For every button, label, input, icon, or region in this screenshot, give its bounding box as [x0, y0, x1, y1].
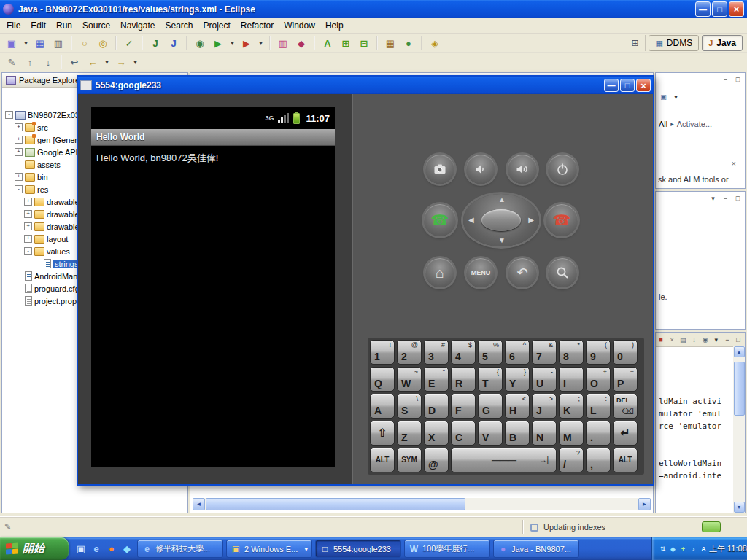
- scroll-right-icon[interactable]: ►: [638, 498, 651, 510]
- tray-volume-icon[interactable]: ♪: [689, 544, 698, 554]
- keyboard-key[interactable]: *8: [559, 340, 584, 365]
- media-player-icon[interactable]: ◆: [120, 542, 133, 556]
- forward-icon[interactable]: →: [112, 53, 130, 71]
- terminate-icon[interactable]: ■: [656, 335, 666, 345]
- tree-expander-icon[interactable]: +: [15, 136, 23, 144]
- vertical-scrollbar[interactable]: ▲ ▼: [733, 346, 745, 513]
- keyboard-key[interactable]: }Y: [505, 367, 530, 392]
- previous-annotation-icon[interactable]: ↑: [21, 53, 39, 71]
- volume-up-button[interactable]: [508, 155, 537, 184]
- separator[interactable]: [421, 36, 422, 50]
- dropdown-icon[interactable]: ▾: [102, 53, 112, 71]
- keyboard-key[interactable]: \S: [397, 394, 422, 419]
- save-icon[interactable]: ▦: [31, 34, 49, 52]
- task-list-all-link[interactable]: All: [659, 120, 667, 128]
- taskbar-task[interactable]: W 100學年度行...: [404, 540, 490, 558]
- keyboard-key[interactable]: @2: [397, 340, 422, 365]
- close-button[interactable]: ×: [729, 1, 744, 17]
- menu-item[interactable]: Project: [198, 19, 235, 32]
- horizontal-scrollbar[interactable]: ◄ ►: [193, 498, 651, 510]
- debug-icon[interactable]: ◉: [191, 34, 209, 52]
- remove-launch-icon[interactable]: ×: [667, 335, 677, 345]
- keyboard-key[interactable]: ALT: [370, 448, 395, 472]
- home-button[interactable]: ⌂: [425, 258, 454, 287]
- menu-item[interactable]: Run: [51, 19, 77, 32]
- phone-screen[interactable]: 3G 11:07 Hello World Hello World, bn9807…: [91, 107, 335, 467]
- tray-ime-icon[interactable]: A: [699, 544, 708, 554]
- open-perspective-icon[interactable]: ⊞: [627, 36, 642, 50]
- keyboard-key[interactable]: ;K: [559, 394, 584, 419]
- separator[interactable]: [376, 36, 378, 50]
- internet-explorer-icon[interactable]: e: [90, 542, 103, 556]
- scrollbar-thumb[interactable]: [206, 498, 465, 510]
- keyboard-key[interactable]: G: [478, 394, 503, 419]
- call-button[interactable]: ☎: [424, 204, 456, 236]
- dropdown-icon[interactable]: ▾: [21, 34, 31, 52]
- dropdown-icon[interactable]: ▾: [256, 34, 266, 52]
- show-desktop-icon[interactable]: ▣: [74, 542, 88, 556]
- separator[interactable]: [115, 36, 117, 50]
- android-virtual-device-manager-icon[interactable]: ⊟: [355, 34, 373, 52]
- keyboard-key[interactable]: ⌫DEL: [613, 394, 638, 419]
- search-toolbar-icon[interactable]: ◎: [94, 34, 112, 52]
- keyboard-key[interactable]: "E: [424, 367, 449, 392]
- android-sdk-manager-icon[interactable]: ⊞: [337, 34, 355, 52]
- activate-link[interactable]: Activate...: [677, 120, 712, 128]
- keyboard-key[interactable]: &7: [532, 340, 557, 365]
- menu-item[interactable]: Refactor: [236, 19, 279, 32]
- view-menu-icon[interactable]: ▾: [708, 193, 719, 203]
- maximize-view-icon[interactable]: □: [733, 335, 743, 345]
- tray-player-icon[interactable]: ◆: [668, 544, 678, 554]
- keyboard-key[interactable]: {T: [478, 367, 503, 392]
- dpad[interactable]: ▲ ▼ ◀ ▶: [463, 194, 539, 246]
- menu-item[interactable]: Help: [320, 19, 349, 32]
- dismiss-message-icon[interactable]: ×: [732, 159, 736, 168]
- mark-occurrences-icon[interactable]: ✎: [3, 53, 20, 71]
- new-junit-test-icon[interactable]: ✓: [120, 34, 138, 52]
- menu-item[interactable]: Navigate: [115, 19, 160, 32]
- keyboard-key[interactable]: SYM: [397, 448, 422, 472]
- separator[interactable]: [269, 36, 271, 50]
- keyboard-key[interactable]: !1: [370, 340, 395, 365]
- tree-expander-icon[interactable]: +: [24, 235, 32, 243]
- keyboard-key[interactable]: D: [424, 394, 449, 419]
- taskbar-task[interactable]: ▣ 2 Windows E... ▾: [226, 540, 312, 558]
- tree-expander-icon[interactable]: -: [15, 185, 23, 193]
- new-task-icon[interactable]: ▣: [658, 92, 669, 102]
- tree-expander-icon[interactable]: +: [24, 198, 32, 206]
- dpad-right-icon[interactable]: ▶: [528, 217, 534, 224]
- tree-expander-icon[interactable]: +: [24, 210, 32, 218]
- dpad-up-icon[interactable]: ▲: [498, 196, 506, 203]
- tree-expander-icon[interactable]: +: [15, 123, 23, 131]
- tray-network-icon[interactable]: ⇅: [658, 544, 667, 554]
- tree-expander-icon[interactable]: -: [24, 247, 32, 255]
- separator[interactable]: [61, 55, 62, 69]
- keyboard-key[interactable]: =P: [613, 367, 638, 392]
- maximize-view-icon[interactable]: □: [732, 193, 743, 203]
- search-button[interactable]: [548, 258, 577, 287]
- maximize-button[interactable]: □: [620, 79, 635, 92]
- keyboard-key[interactable]: Z: [397, 421, 422, 446]
- keyboard-key[interactable]: -U: [532, 367, 557, 392]
- camera-button[interactable]: [425, 155, 454, 184]
- keyboard-key[interactable]: V: [478, 421, 503, 446]
- keyboard-key[interactable]: C: [451, 421, 476, 446]
- firefox-icon[interactable]: ●: [105, 542, 118, 556]
- back-button[interactable]: ↶: [508, 258, 537, 287]
- new-wizard-icon[interactable]: ▣: [3, 34, 20, 52]
- keyboard-key[interactable]: <H: [505, 394, 530, 419]
- keyboard-key[interactable]: ?/: [559, 448, 584, 472]
- tree-expander-icon[interactable]: -: [5, 111, 13, 119]
- keyboard-key[interactable]: :L: [586, 394, 611, 419]
- keyboard-key[interactable]: Q: [370, 367, 395, 392]
- scroll-lock-icon[interactable]: ↓: [689, 335, 699, 345]
- new-package-icon[interactable]: ▦: [382, 34, 399, 52]
- dropdown-icon[interactable]: ▾: [228, 34, 237, 52]
- tree-expander-icon[interactable]: +: [15, 173, 23, 181]
- scrollbar-thumb[interactable]: [734, 362, 745, 416]
- volume-down-button[interactable]: [466, 155, 495, 184]
- keyboard-key[interactable]: )0: [613, 340, 638, 365]
- end-call-button[interactable]: ☎: [546, 204, 578, 236]
- new-class-icon[interactable]: ●: [400, 34, 417, 52]
- separator[interactable]: [142, 36, 143, 50]
